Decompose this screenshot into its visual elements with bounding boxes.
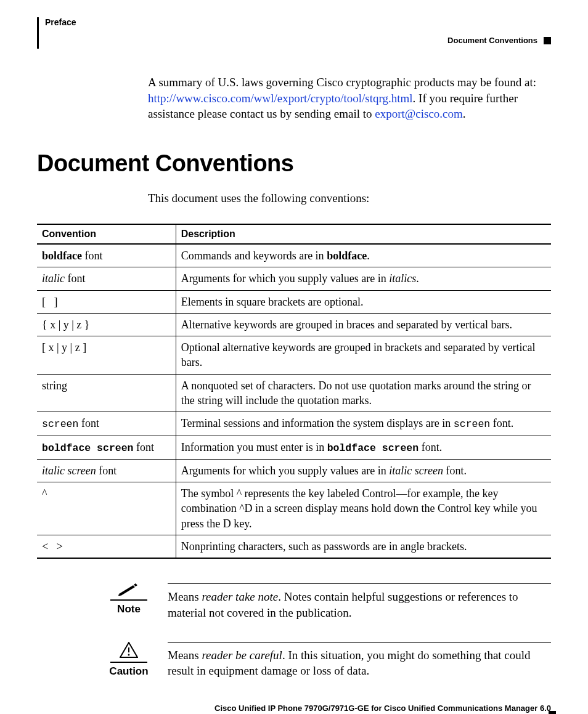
table-row: italic fontArguments for which you suppl… <box>37 267 551 290</box>
note-block: Note Means reader take note. Notes conta… <box>101 583 551 620</box>
intro-text-pre: A summary of U.S. laws governing Cisco c… <box>148 76 536 89</box>
section-name-header: Document Conventions <box>447 36 537 45</box>
conventions-table: Convention Description boldface fontComm… <box>37 224 551 559</box>
export-email-link[interactable]: export@cisco.com <box>375 107 463 120</box>
table-row: stringA nonquoted set of characters. Do … <box>37 374 551 412</box>
table-row: boldface fontCommands and keywords are i… <box>37 244 551 267</box>
caution-triangle-icon <box>120 642 138 660</box>
svg-point-1 <box>128 654 130 655</box>
table-header-convention: Convention <box>37 224 176 244</box>
table-row: italic screen fontArguments for which yo… <box>37 459 551 482</box>
conv-cell: string <box>37 374 176 412</box>
desc-cell: The symbol ^ represents the key labeled … <box>176 482 551 535</box>
table-row: [ ]Elements in square brackets are optio… <box>37 290 551 313</box>
conv-cell: < > <box>37 535 176 559</box>
desc-cell: Information you must enter is in boldfac… <box>176 436 551 459</box>
conv-cell: ^ <box>37 482 176 535</box>
desc-cell: Nonprinting characters, such as password… <box>176 535 551 559</box>
desc-cell: Commands and keywords are in boldface. <box>176 244 551 267</box>
caution-label: Caution <box>101 665 157 678</box>
desc-cell: Alternative keywords are grouped in brac… <box>176 313 551 336</box>
crypto-url-link[interactable]: http://www.cisco.com/wwl/export/crypto/t… <box>148 92 413 105</box>
intro-paragraph: A summary of U.S. laws governing Cisco c… <box>148 75 551 122</box>
caution-block: Caution Means reader be careful. In this… <box>101 642 551 679</box>
caution-body: Means reader be careful. In this situati… <box>168 649 531 678</box>
chapter-name: Preface <box>45 17 551 27</box>
conv-cell: italic font <box>37 267 176 290</box>
conv-cell: [ ] <box>37 290 176 313</box>
pencil-icon <box>118 583 139 598</box>
page-footer: Cisco Unified IP Phone 7970G/7971G-GE fo… <box>37 704 551 714</box>
conv-cell: italic screen font <box>37 459 176 482</box>
table-row: boldface screen fontInformation you must… <box>37 436 551 459</box>
table-row: ^The symbol ^ represents the key labeled… <box>37 482 551 535</box>
table-row: screen fontTerminal sessions and informa… <box>37 412 551 436</box>
table-header-description: Description <box>176 224 551 244</box>
conv-cell: boldface screen font <box>37 436 176 459</box>
table-row: < >Nonprinting characters, such as passw… <box>37 535 551 559</box>
conv-cell: screen font <box>37 412 176 436</box>
desc-cell: Terminal sessions and information the sy… <box>176 412 551 436</box>
conv-cell: { x | y | z } <box>37 313 176 336</box>
section-lead-text: This document uses the following convent… <box>148 192 551 205</box>
conv-cell: boldface font <box>37 244 176 267</box>
table-row: [ x | y | z ]Optional alternative keywor… <box>37 336 551 375</box>
page-header: Preface Document Conventions <box>37 17 551 49</box>
note-label: Note <box>101 603 157 615</box>
desc-cell: A nonquoted set of characters. Do not us… <box>176 374 551 412</box>
desc-cell: Arguments for which you supply values ar… <box>176 459 551 482</box>
intro-text-post: . <box>463 107 466 120</box>
desc-cell: Arguments for which you supply values ar… <box>176 267 551 290</box>
conv-cell: [ x | y | z ] <box>37 336 176 375</box>
header-marker-icon <box>544 37 551 44</box>
desc-cell: Elements in square brackets are optional… <box>176 290 551 313</box>
footer-book-title: Cisco Unified IP Phone 7970G/7971G-GE fo… <box>214 704 551 713</box>
table-row: { x | y | z }Alternative keywords are gr… <box>37 313 551 336</box>
section-heading: Document Conventions <box>37 150 551 177</box>
note-body: Means reader take note. Notes contain he… <box>168 590 518 619</box>
desc-cell: Optional alternative keywords are groupe… <box>176 336 551 375</box>
